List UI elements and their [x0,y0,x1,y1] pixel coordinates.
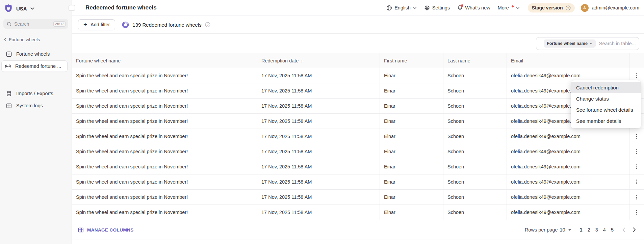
row-actions-kebab-icon[interactable] [634,178,639,186]
cell-email: ofelia.denesik49@example.com [507,205,629,220]
column-header-first-name[interactable]: First name [380,53,443,68]
column-header-last-name[interactable]: Last name [443,53,507,68]
search-icon [7,22,11,26]
column-header-redemption-date[interactable]: Redemption date↓ [257,53,380,68]
help-circle-icon[interactable]: ? [205,22,210,27]
rows-per-page-select[interactable]: Rows per page 10 [525,227,571,233]
cell-redemption-date: 17 Nov, 2025 11:58 AM [257,68,380,83]
context-menu-item[interactable]: See fortune wheel details [571,104,641,115]
settings-button[interactable]: Settings [422,5,452,11]
table-row[interactable]: Spin the wheel and earn special prize in… [72,205,644,220]
record-count: 139 Redeemed fortune wheels ? [122,21,210,28]
cell-first-name: Einar [380,83,443,98]
cell-email: ofelia.denesik49@example.com [507,129,629,144]
table-row[interactable]: Spin the wheel and earn special prize in… [72,83,644,99]
page-button-5[interactable]: 5 [611,227,614,233]
sidebar-item-imports-exports[interactable]: Imports / Exports [1,88,68,99]
cell-first-name: Einar [380,99,443,113]
cell-fortune-wheel-name: Spin the wheel and earn special prize in… [72,159,257,174]
row-actions-kebab-icon[interactable] [634,147,639,156]
cell-redemption-date: 17 Nov, 2025 11:58 AM [257,144,380,159]
stage-version-label: Stage version [532,5,563,10]
row-actions-kebab-icon[interactable] [634,208,639,217]
row-actions-kebab-icon[interactable] [634,193,639,201]
row-actions-kebab-icon[interactable] [634,162,639,171]
sidebar-item-system-logs[interactable]: System logs [1,100,68,111]
page-button-4[interactable]: 4 [603,227,606,233]
context-menu-item[interactable]: See member details [571,115,641,127]
table-row[interactable]: Spin the wheel and earn special prize in… [72,159,644,174]
manage-columns-button[interactable]: MANAGE COLUMNS [78,227,134,233]
page-button-3[interactable]: 3 [595,227,598,233]
cell-redemption-date: 17 Nov, 2025 11:58 AM [257,129,380,144]
cell-fortune-wheel-name: Spin the wheel and earn special prize in… [72,114,257,129]
cell-first-name: Einar [380,129,443,144]
more-notification-dot [512,5,514,7]
user-email[interactable]: admin@example.com [592,5,639,10]
gear-icon [424,5,430,11]
next-page-icon[interactable] [633,227,636,232]
topbar: Redeemed fortune wheels English Settings [72,0,644,16]
table-row[interactable]: Spin the wheel and earn special prize in… [72,114,644,129]
row-actions-kebab-icon[interactable] [634,71,639,80]
plus-icon: + [83,21,87,28]
svg-text:?: ? [567,6,569,9]
table-search-row: Fortune wheel name Search in table... [72,34,644,53]
cell-last-name: Schoen [443,174,507,189]
rows-per-page-value: 10 [560,227,565,233]
cell-redemption-date: 17 Nov, 2025 11:58 AM [257,159,380,174]
cell-email: ofelia.denesik49@example.com [507,159,629,174]
table-row[interactable]: Spin the wheel and earn special prize in… [72,144,644,159]
table-row[interactable]: Spin the wheel and earn special prize in… [72,99,644,114]
table-search-input[interactable]: Fortune wheel name Search in table... [536,37,639,50]
sidebar-nav: Fortune wheels Redeemed fortune ... [0,48,72,72]
table-header: Fortune wheel name Redemption date↓ Firs… [72,53,644,68]
add-filter-button[interactable]: + Add filter [78,19,115,30]
table-row[interactable]: Spin the wheel and earn special prize in… [72,190,644,205]
manage-columns-label: MANAGE COLUMNS [87,227,134,233]
cell-first-name: Einar [380,190,443,205]
column-header-actions [629,53,644,68]
column-header-email[interactable]: Email [507,53,629,68]
broadcast-icon [5,63,11,69]
back-link-fortune-wheels[interactable]: Fortune wheels [4,37,72,42]
sidebar-item-redeemed-fortune-wheels[interactable]: Redeemed fortune ... [1,60,68,72]
avatar[interactable]: A [581,4,589,12]
sidebar-item-label: Imports / Exports [16,91,53,96]
table-row[interactable]: Spin the wheel and earn special prize in… [72,129,644,144]
add-filter-label: Add filter [91,22,110,27]
cell-fortune-wheel-name: Spin the wheel and earn special prize in… [72,83,257,98]
cell-fortune-wheel-name: Spin the wheel and earn special prize in… [72,190,257,205]
sidebar-collapse-icon[interactable] [69,5,75,11]
cell-first-name: Einar [380,159,443,174]
column-header-fortune-wheel-name[interactable]: Fortune wheel name [72,53,257,68]
sidebar-search-input[interactable]: Search ctrl+/ [3,19,68,29]
table-row[interactable]: Spin the wheel and earn special prize in… [72,68,644,83]
cell-last-name: Schoen [443,83,507,98]
row-actions-kebab-icon[interactable] [634,132,639,141]
cell-email: ofelia.denesik49@example.com [507,190,629,205]
search-filter-chip[interactable]: Fortune wheel name [544,39,596,48]
help-circle-icon[interactable]: ? [566,5,571,10]
table-row[interactable]: Spin the wheel and earn special prize in… [72,174,644,190]
sidebar-item-fortune-wheels[interactable]: Fortune wheels [1,48,68,60]
cell-last-name: Schoen [443,114,507,129]
chevron-down-icon [30,7,34,10]
svg-text:?: ? [207,23,208,26]
page-button-1[interactable]: 1 [580,227,583,233]
context-menu-item[interactable]: Cancel redemption [571,82,641,93]
language-menu[interactable]: English [384,5,419,11]
whats-new-button[interactable]: What's new [455,5,492,11]
cell-first-name: Einar [380,174,443,189]
org-switcher[interactable]: USA [0,3,72,13]
cell-redemption-date: 17 Nov, 2025 11:58 AM [257,83,380,98]
context-menu-item[interactable]: Change status [571,93,641,104]
sidebar: USA Search ctrl+/ Fortune wheels Fortune… [0,0,72,244]
more-menu[interactable]: More [496,5,522,10]
page-button-2[interactable]: 2 [588,227,590,233]
sidebar-divider [0,83,72,83]
cell-first-name: Einar [380,205,443,220]
cell-first-name: Einar [380,68,443,83]
previous-page-icon[interactable] [622,227,625,232]
cell-fortune-wheel-name: Spin the wheel and earn special prize in… [72,129,257,144]
